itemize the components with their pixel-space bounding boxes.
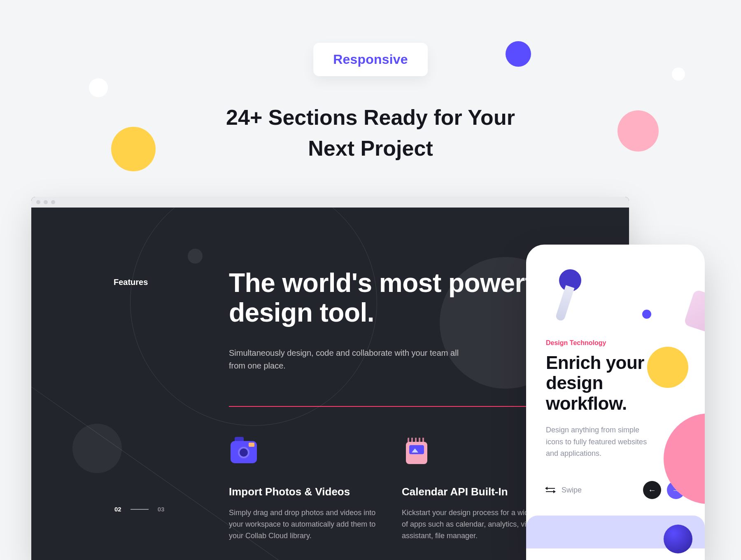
decoration-circle (72, 424, 122, 473)
swipe-icon (546, 485, 555, 495)
browser-chrome (31, 197, 629, 208)
decoration-circle-purple (506, 41, 531, 67)
mobile-preview-card: Design Technology Enrich your design wor… (526, 245, 705, 560)
decoration-cube (683, 289, 705, 336)
feature-desc: Simply drag and drop photos and videos i… (229, 507, 385, 542)
window-control-dot (36, 200, 40, 204)
headline-line: Next Project (0, 133, 741, 164)
eyedropper-icon (546, 269, 591, 331)
section-title: The world's most powerful design tool. (229, 268, 566, 327)
swipe-label: Swipe (562, 486, 582, 495)
swipe-row: Swipe ← → (546, 481, 685, 499)
pager-current: 02 (114, 506, 121, 513)
decoration-circle-white (672, 68, 685, 81)
decoration-circle-yellow (647, 347, 688, 388)
headline-line: 24+ Sections Ready for Your (0, 102, 741, 133)
decoration-circle (188, 249, 203, 264)
card-description: Design anything from simple icons to ful… (546, 424, 657, 460)
pager-bar (130, 509, 149, 510)
pager-total: 03 (158, 506, 165, 513)
prev-button[interactable]: ← (643, 481, 661, 499)
camera-icon (229, 436, 259, 466)
decoration-dot-purple (642, 310, 651, 319)
decoration-sphere (664, 525, 692, 553)
page-headline: 24+ Sections Ready for Your Next Project (0, 102, 741, 164)
feature-title: Import Photos & Videos (229, 485, 385, 498)
section-pager: 02 03 (114, 506, 164, 513)
decoration-circle-white (89, 78, 108, 97)
responsive-badge: Responsive (313, 43, 428, 76)
arrow-left-icon: ← (648, 485, 656, 495)
section-subtitle: Simultaneously design, code and collabor… (229, 347, 459, 372)
section-label: Features (114, 278, 148, 287)
calendar-icon (402, 436, 431, 466)
swipe-hint: Swipe (546, 485, 582, 495)
card-eyebrow: Design Technology (546, 339, 685, 347)
nested-card-preview (526, 516, 705, 548)
feature-card: Import Photos & Videos Simply drag and d… (229, 436, 385, 542)
window-control-dot (51, 200, 55, 204)
window-control-dot (44, 200, 48, 204)
